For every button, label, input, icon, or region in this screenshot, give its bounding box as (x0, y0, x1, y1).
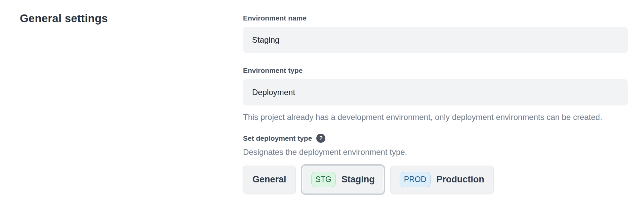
environment-type-label: Environment type (243, 67, 628, 75)
option-label: General (252, 174, 286, 185)
environment-name-label: Environment name (243, 14, 628, 22)
environment-name-input[interactable] (243, 27, 628, 53)
page-title: General settings (20, 12, 108, 25)
option-label: Production (436, 174, 484, 185)
deployment-type-options: General STG Staging PROD Production (243, 164, 628, 195)
option-label: Staging (341, 174, 375, 185)
general-settings-form: Environment name Environment type This p… (243, 14, 628, 195)
environment-type-note: This project already has a development e… (243, 111, 609, 124)
deployment-type-option-general[interactable]: General (243, 166, 296, 193)
deployment-type-description: Designates the deployment environment ty… (243, 147, 628, 157)
question-mark-icon[interactable]: ? (316, 134, 325, 143)
prod-badge: PROD (400, 172, 431, 187)
deployment-type-label-row: Set deployment type ? (243, 134, 628, 143)
deployment-type-option-production[interactable]: PROD Production (390, 166, 494, 193)
deployment-type-option-staging[interactable]: STG Staging (301, 164, 385, 195)
environment-type-input[interactable] (243, 79, 628, 105)
stg-badge: STG (311, 172, 336, 187)
deployment-type-label: Set deployment type (243, 134, 312, 142)
